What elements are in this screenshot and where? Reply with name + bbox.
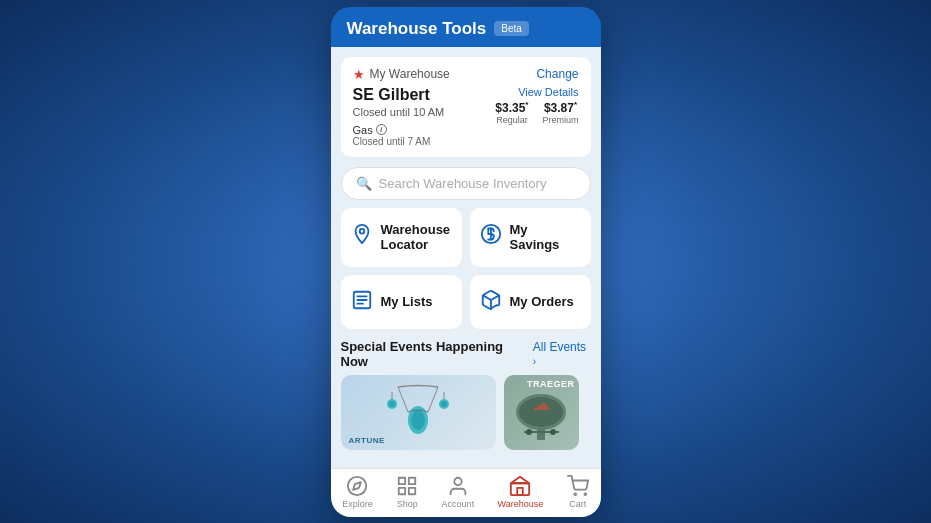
regular-price-value: $3.35* xyxy=(495,100,528,115)
my-warehouse-text: My Warehouse xyxy=(370,67,450,81)
warehouse-status: Closed until 10 AM xyxy=(353,106,445,118)
my-lists-label: My Lists xyxy=(381,294,433,310)
nav-item-warehouse[interactable]: Warehouse xyxy=(498,475,544,509)
warehouse-nav-icon xyxy=(509,475,531,497)
jewelry-card-bg: ARTUNE xyxy=(341,375,496,450)
bottom-nav: Explore Shop Account Warehouse xyxy=(331,468,601,517)
page-title: Warehouse Tools xyxy=(347,19,487,39)
traeger-card-bg: TRAEGER xyxy=(504,375,579,450)
svg-rect-28 xyxy=(511,483,529,495)
gas-closed-status: Closed until 7 AM xyxy=(353,136,431,147)
nav-item-account[interactable]: Account xyxy=(442,475,475,509)
premium-price-label: Premium xyxy=(542,115,578,125)
all-events-link[interactable]: All Events › xyxy=(533,340,591,368)
warehouse-locator-label: WarehouseLocator xyxy=(381,222,451,253)
cart-icon xyxy=(567,475,589,497)
warehouse-card-header: ★ My Warehouse Change xyxy=(353,67,579,82)
special-events-title: Special Events Happening Now xyxy=(341,339,527,369)
explore-icon xyxy=(346,475,368,497)
premium-price-value: $3.87* xyxy=(544,100,577,115)
event-cards: ARTUNE TRAEGER xyxy=(331,375,601,450)
all-events-chevron-icon: › xyxy=(533,356,536,367)
my-savings-icon xyxy=(480,223,502,251)
warehouse-name: SE Gilbert xyxy=(353,86,445,104)
special-events-header: Special Events Happening Now All Events … xyxy=(331,329,601,375)
view-details-link[interactable]: View Details xyxy=(518,86,578,98)
my-orders-button[interactable]: My Orders xyxy=(470,275,591,329)
gas-info-icon: i xyxy=(376,124,387,135)
gas-row: Gas i Closed until 7 AM xyxy=(353,124,445,147)
my-savings-button[interactable]: My Savings xyxy=(470,208,591,267)
svg-point-30 xyxy=(574,493,576,495)
search-input-placeholder: Search Warehouse Inventory xyxy=(379,176,547,191)
content-area: ★ My Warehouse Change SE Gilbert Closed … xyxy=(331,47,601,468)
svg-point-20 xyxy=(526,429,532,435)
my-warehouse-label: ★ My Warehouse xyxy=(353,67,450,82)
search-icon: 🔍 xyxy=(356,176,372,191)
search-bar[interactable]: 🔍 Search Warehouse Inventory xyxy=(341,167,591,200)
svg-point-22 xyxy=(348,476,366,494)
regular-price-label: Regular xyxy=(496,115,528,125)
svg-point-27 xyxy=(454,477,461,484)
svg-rect-26 xyxy=(409,487,415,493)
nav-label-account: Account xyxy=(442,499,475,509)
svg-rect-24 xyxy=(409,477,415,483)
nav-item-shop[interactable]: Shop xyxy=(396,475,418,509)
regular-price-item: $3.35* Regular xyxy=(495,100,528,125)
nav-item-cart[interactable]: Cart xyxy=(567,475,589,509)
nav-label-shop: Shop xyxy=(397,499,418,509)
shop-icon xyxy=(396,475,418,497)
my-orders-label: My Orders xyxy=(510,294,574,310)
svg-rect-25 xyxy=(399,487,405,493)
my-lists-icon xyxy=(351,289,373,315)
phone-container: Warehouse Tools Beta ★ My Warehouse Chan… xyxy=(331,7,601,517)
my-orders-icon xyxy=(480,289,502,315)
nav-item-explore[interactable]: Explore xyxy=(342,475,373,509)
event-card-artune[interactable]: ARTUNE xyxy=(341,375,496,450)
premium-price-item: $3.87* Premium xyxy=(542,100,578,125)
svg-point-11 xyxy=(389,401,395,407)
grill-illustration xyxy=(509,390,574,445)
jewelry-illustration xyxy=(378,382,458,442)
warehouse-locator-icon xyxy=(351,223,373,251)
artune-brand-label: ARTUNE xyxy=(349,436,385,445)
account-icon xyxy=(447,475,469,497)
star-icon: ★ xyxy=(353,67,365,82)
nav-label-explore: Explore xyxy=(342,499,373,509)
event-card-traeger[interactable]: TRAEGER xyxy=(504,375,579,450)
svg-rect-23 xyxy=(399,477,405,483)
my-savings-label: My Savings xyxy=(510,222,581,253)
svg-rect-29 xyxy=(518,487,524,494)
my-lists-button[interactable]: My Lists xyxy=(341,275,462,329)
gas-prices: $3.35* Regular $3.87* Premium xyxy=(495,100,578,125)
svg-point-31 xyxy=(584,493,586,495)
beta-badge: Beta xyxy=(494,21,529,36)
svg-rect-18 xyxy=(537,428,545,440)
svg-point-21 xyxy=(550,429,556,435)
svg-point-0 xyxy=(359,229,364,234)
svg-point-9 xyxy=(411,410,425,430)
change-link[interactable]: Change xyxy=(536,67,578,81)
traeger-brand-label: TRAEGER xyxy=(527,379,575,389)
svg-point-14 xyxy=(441,401,447,407)
nav-label-warehouse: Warehouse xyxy=(498,499,544,509)
grid-buttons: WarehouseLocator My Savings xyxy=(331,200,601,329)
gas-label: Gas i xyxy=(353,124,431,136)
warehouse-locator-button[interactable]: WarehouseLocator xyxy=(341,208,462,267)
warehouse-card: ★ My Warehouse Change SE Gilbert Closed … xyxy=(341,57,591,157)
svg-point-17 xyxy=(519,397,563,427)
gas-info: Gas i Closed until 7 AM xyxy=(353,124,431,147)
nav-label-cart: Cart xyxy=(569,499,586,509)
header: Warehouse Tools Beta xyxy=(331,7,601,47)
